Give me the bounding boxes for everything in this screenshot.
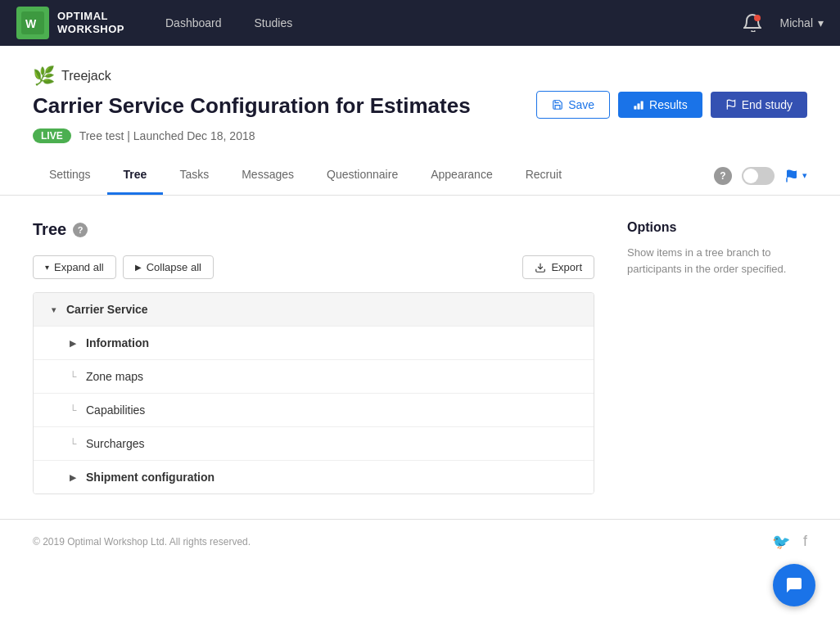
chat-button[interactable] <box>773 564 815 606</box>
page-title: Carrier Service Configuration for Estima… <box>33 93 471 119</box>
logo-icon: W <box>16 7 49 39</box>
tree-item-label: Capabilities <box>86 403 145 417</box>
nav-studies[interactable]: Studies <box>238 0 309 46</box>
options-section: Options Show items in a tree branch to p… <box>627 220 807 494</box>
export-label: Export <box>551 261 582 273</box>
dash-icon: └ <box>66 403 79 417</box>
nav-links: Dashboard Studies <box>149 0 738 46</box>
svg-point-2 <box>754 15 761 21</box>
expand-chevron-icon: ▾ <box>45 263 49 272</box>
options-title: Options <box>627 220 807 235</box>
expand-all-button[interactable]: ▾ Expand all <box>33 255 116 279</box>
svg-text:W: W <box>25 17 37 30</box>
tree-row[interactable]: └ Surcharges <box>34 427 594 461</box>
svg-rect-5 <box>641 101 643 108</box>
tab-appearance[interactable]: Appearance <box>414 156 509 195</box>
flag-chevron-icon: ▾ <box>802 170 807 181</box>
main-container: 🌿 Treejack Carrier Service Configuration… <box>0 46 840 631</box>
tab-tasks[interactable]: Tasks <box>163 156 225 195</box>
save-button[interactable]: Save <box>536 91 610 119</box>
tree-item-label: Shipment configuration <box>86 471 215 484</box>
treejack-icon: 🌿 <box>33 65 55 87</box>
chevron-down-icon: ▾ <box>818 16 824 29</box>
live-badge: Live <box>33 128 71 143</box>
header-row: 🌿 Treejack Carrier Service Configuration… <box>33 65 807 143</box>
user-menu[interactable]: Michal ▾ <box>780 16 824 29</box>
save-label: Save <box>568 98 594 111</box>
tab-recruit[interactable]: Recruit <box>509 156 578 195</box>
tabs: Settings Tree Tasks Messages Questionnai… <box>33 156 578 195</box>
tree-item-label: Zone maps <box>86 370 143 383</box>
results-label: Results <box>649 98 688 111</box>
tree-section-title: Tree <box>33 220 66 239</box>
tree-item-label: Surcharges <box>86 437 145 450</box>
options-description: Show items in a tree branch to participa… <box>627 245 807 277</box>
tab-tree[interactable]: Tree <box>107 156 164 195</box>
footer: © 2019 Optimal Workshop Ltd. All rights … <box>0 519 840 564</box>
chevron-down-icon: ▾ <box>47 303 60 316</box>
tree-row[interactable]: └ Capabilities <box>34 394 594 427</box>
tree-help-icon[interactable]: ? <box>73 223 88 237</box>
tabs-row: Settings Tree Tasks Messages Questionnai… <box>33 156 807 195</box>
results-button[interactable]: Results <box>618 92 702 118</box>
logo-text: OPTIMAL WORKSHOP <box>57 10 124 35</box>
collapse-label: Collapse all <box>147 261 201 273</box>
collapse-chevron-icon: ▶ <box>135 263 142 272</box>
tree-item-label: Carrier Service <box>66 303 148 316</box>
section-title: Tree ? <box>33 220 594 239</box>
help-icon[interactable]: ? <box>714 167 732 185</box>
tree-container: ▾ Carrier Service ▶ Information └ Zone m… <box>33 292 594 494</box>
top-navigation: W OPTIMAL WORKSHOP Dashboard Studies Mic… <box>0 0 840 46</box>
chevron-right-icon: ▶ <box>66 471 79 484</box>
end-study-button[interactable]: End study <box>711 92 807 118</box>
chevron-right-icon: ▶ <box>66 336 79 349</box>
nav-dashboard[interactable]: Dashboard <box>149 0 238 46</box>
tree-row[interactable]: ▶ Shipment configuration <box>34 461 594 494</box>
tree-buttons: ▾ Expand all ▶ Collapse all <box>33 255 214 279</box>
tree-row[interactable]: └ Zone maps <box>34 360 594 394</box>
tree-row[interactable]: ▾ Carrier Service <box>34 293 594 327</box>
twitter-icon[interactable]: 🐦 <box>772 533 790 551</box>
dash-icon: └ <box>66 370 79 383</box>
collapse-all-button[interactable]: ▶ Collapse all <box>123 255 214 279</box>
logo[interactable]: W OPTIMAL WORKSHOP <box>16 7 124 39</box>
tree-section: Tree ? ▾ Expand all ▶ Collapse all Ex <box>33 220 594 494</box>
svg-rect-3 <box>635 106 636 109</box>
flag-dropdown[interactable]: ▾ <box>784 169 807 183</box>
expand-label: Expand all <box>54 261 104 273</box>
dash-icon: └ <box>66 437 79 450</box>
nav-right: Michal ▾ <box>738 8 824 38</box>
study-meta: Tree test | Launched Dec 18, 2018 <box>79 129 255 142</box>
content-area: Tree ? ▾ Expand all ▶ Collapse all Ex <box>0 196 840 519</box>
copyright-text: © 2019 Optimal Workshop Ltd. All rights … <box>33 536 251 548</box>
username-label: Michal <box>780 16 813 29</box>
svg-rect-4 <box>638 103 639 108</box>
header-left: 🌿 Treejack Carrier Service Configuration… <box>33 65 471 143</box>
status-row: Live Tree test | Launched Dec 18, 2018 <box>33 128 471 143</box>
footer-links: 🐦 f <box>772 533 807 551</box>
facebook-icon[interactable]: f <box>803 533 807 551</box>
tab-questionnaire[interactable]: Questionnaire <box>310 156 414 195</box>
tree-item-label: Information <box>86 336 149 349</box>
toggle-switch[interactable] <box>742 167 775 185</box>
header-actions: Save Results End study <box>536 91 807 119</box>
notification-icon[interactable] <box>738 8 767 38</box>
tabs-right: ? ▾ <box>714 167 807 185</box>
tab-settings[interactable]: Settings <box>33 156 107 195</box>
product-name: Treejack <box>61 69 111 83</box>
tree-controls: ▾ Expand all ▶ Collapse all Export <box>33 255 594 279</box>
tree-row[interactable]: ▶ Information <box>34 327 594 360</box>
treejack-label: 🌿 Treejack <box>33 65 471 87</box>
export-button[interactable]: Export <box>522 255 594 279</box>
end-study-label: End study <box>742 98 793 111</box>
page-header: 🌿 Treejack Carrier Service Configuration… <box>0 46 840 196</box>
tab-messages[interactable]: Messages <box>225 156 310 195</box>
